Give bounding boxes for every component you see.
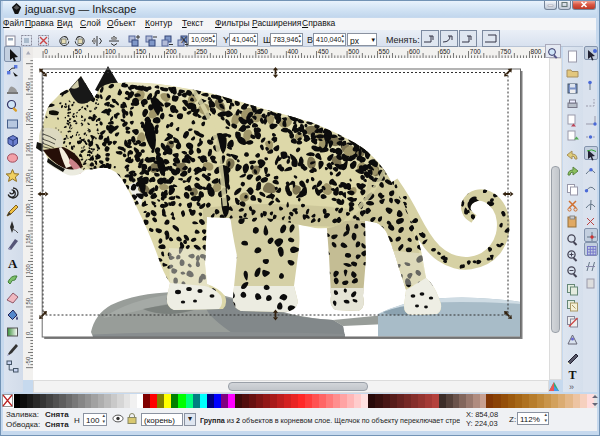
svg-text:150: 150 (25, 233, 31, 244)
svg-text:200: 200 (166, 48, 177, 55)
svg-text:0: 0 (44, 48, 48, 55)
svg-text:700: 700 (470, 48, 481, 55)
svg-text:600: 600 (409, 48, 420, 55)
svg-text:150: 150 (135, 48, 146, 55)
svg-text:100: 100 (105, 48, 116, 55)
svg-text:650: 650 (439, 48, 450, 55)
svg-text:300: 300 (25, 142, 31, 153)
svg-text:350: 350 (25, 112, 31, 123)
svg-text:50: 50 (25, 297, 31, 304)
svg-text:200: 200 (25, 203, 31, 214)
svg-text:800: 800 (531, 48, 542, 55)
svg-text:350: 350 (257, 48, 268, 55)
svg-text:100: 100 (25, 264, 31, 275)
svg-text:450: 450 (318, 48, 329, 55)
svg-text:T: T (569, 368, 577, 381)
svg-text:-50: -50 (25, 356, 31, 365)
svg-text:300: 300 (227, 48, 238, 55)
svg-text:400: 400 (25, 81, 31, 92)
svg-text:550: 550 (379, 48, 390, 55)
svg-text:A: A (8, 256, 18, 270)
svg-text:250: 250 (25, 172, 31, 183)
svg-text:500: 500 (348, 48, 359, 55)
svg-text:400: 400 (287, 48, 298, 55)
svg-text:750: 750 (500, 48, 511, 55)
svg-text:250: 250 (196, 48, 207, 55)
svg-text:50: 50 (75, 48, 83, 55)
